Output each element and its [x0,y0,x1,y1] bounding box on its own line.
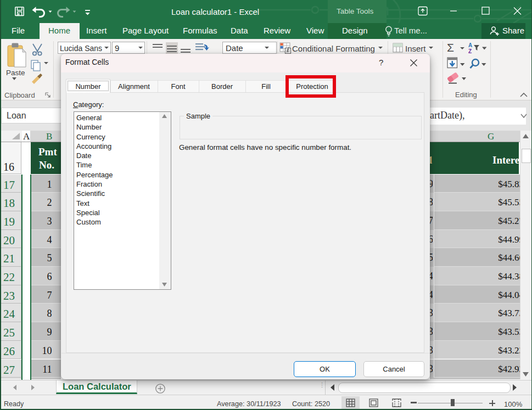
svg-text:Z: Z [468,48,472,54]
svg-text:A: A [468,42,472,48]
